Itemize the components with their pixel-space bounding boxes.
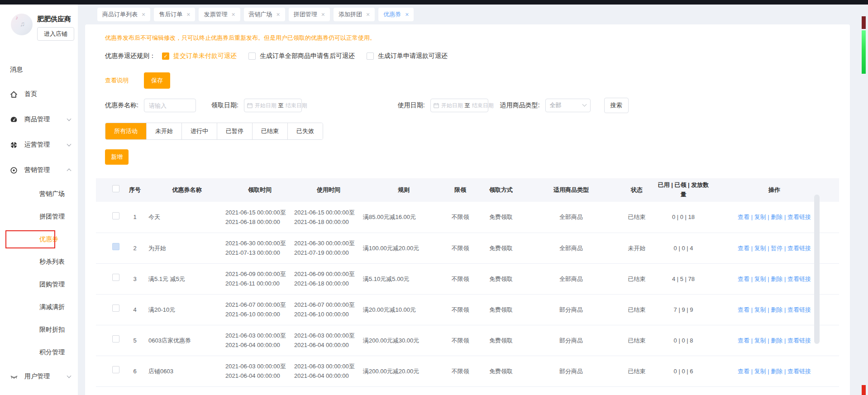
eye-icon bbox=[10, 167, 19, 174]
status-tab[interactable]: 未开始 bbox=[146, 123, 181, 139]
checkbox[interactable] bbox=[162, 52, 169, 60]
tab-close-icon[interactable]: × bbox=[231, 11, 235, 18]
coupon-name-input[interactable] bbox=[144, 99, 196, 112]
add-coupon-button[interactable]: 新增 bbox=[105, 149, 129, 165]
sidebar-item[interactable]: 团购管理 bbox=[0, 273, 78, 296]
row-action-link[interactable]: 删除 bbox=[771, 368, 782, 375]
page-tab[interactable]: 添加拼团 × bbox=[334, 8, 375, 21]
sidebar-item[interactable]: 商品管理 bbox=[0, 107, 78, 132]
row-action-link[interactable]: 暂停 bbox=[771, 245, 782, 252]
cell-product-type: 部分商品 bbox=[526, 325, 616, 356]
row-action-link[interactable]: 查看 bbox=[738, 276, 749, 282]
row-action-link[interactable]: 查看链接 bbox=[787, 214, 811, 220]
page-tab[interactable]: 拼团管理 × bbox=[289, 8, 330, 21]
row-action-link[interactable]: 查看 bbox=[738, 306, 749, 313]
chevron-icon bbox=[67, 168, 72, 173]
row-action-link[interactable]: 查看链接 bbox=[787, 306, 811, 313]
supplier-logo: ♪ ♫ bbox=[11, 14, 33, 35]
page-tab[interactable]: 营销广场 × bbox=[244, 8, 285, 21]
tab-close-icon[interactable]: × bbox=[366, 11, 370, 18]
row-action-link[interactable]: 查看 bbox=[738, 368, 749, 375]
cell-index: 3 bbox=[121, 263, 148, 294]
page-tab[interactable]: 优惠券 × bbox=[378, 8, 414, 21]
row-checkbox[interactable] bbox=[112, 305, 119, 312]
row-action-link[interactable]: 查看 bbox=[738, 337, 749, 344]
row-action-link[interactable]: 查看 bbox=[738, 214, 749, 220]
receive-date-range-input[interactable]: 开始日期 至 结束日期 bbox=[244, 99, 302, 112]
enter-shop-button[interactable]: 进入店铺 bbox=[37, 27, 74, 41]
row-action-link[interactable]: 复制 bbox=[754, 306, 766, 313]
cell-rule: 满100.00元减20.00元 bbox=[363, 233, 444, 263]
sidebar-item[interactable]: 满减满折 bbox=[0, 296, 78, 319]
row-action-link[interactable]: 复制 bbox=[754, 368, 766, 375]
page-tab[interactable]: 售后订单 × bbox=[154, 8, 195, 21]
cell-actions: 查看 | 复制 | 删除 | 查看链接 bbox=[710, 325, 839, 356]
row-action-link[interactable]: 查看链接 bbox=[787, 276, 811, 282]
row-checkbox[interactable] bbox=[112, 274, 119, 281]
sidebar-item[interactable]: 营销广场 bbox=[0, 183, 78, 205]
row-action-link[interactable]: 复制 bbox=[754, 214, 766, 220]
sidebar-item[interactable]: 用户管理 bbox=[0, 364, 78, 389]
checkbox[interactable] bbox=[248, 52, 256, 60]
row-action-link[interactable]: 复制 bbox=[754, 276, 766, 282]
row-checkbox[interactable] bbox=[112, 366, 119, 373]
use-date-range-input[interactable]: 开始日期 至 结束日期 bbox=[430, 99, 488, 112]
refund-rule-option[interactable]: 生成订单申请退款可退还 bbox=[367, 52, 448, 60]
row-checkbox[interactable] bbox=[112, 243, 119, 250]
sidebar-item[interactable]: 拼团管理 bbox=[0, 205, 78, 228]
status-tab[interactable]: 已失效 bbox=[287, 123, 323, 139]
row-action-link[interactable]: 查看链接 bbox=[787, 337, 811, 344]
sidebar-item[interactable]: 秒杀列表 bbox=[0, 251, 78, 273]
sidebar-item[interactable]: 优惠券 bbox=[0, 228, 78, 251]
select-all-checkbox[interactable] bbox=[112, 185, 119, 192]
row-action-link[interactable]: 删除 bbox=[771, 306, 782, 313]
row-checkbox[interactable] bbox=[112, 335, 119, 343]
cell-coupon-name: 今天 bbox=[148, 202, 225, 233]
table-scrollbar-thumb[interactable] bbox=[814, 195, 820, 344]
cell-coupon-name: 满5.1元 减5元 bbox=[148, 263, 225, 294]
sidebar-item-messages[interactable]: 消息 bbox=[10, 66, 23, 74]
cell-rule: 满85.00元减16.00元 bbox=[363, 202, 444, 233]
tab-close-icon[interactable]: × bbox=[277, 11, 280, 18]
row-action-link[interactable]: 删除 bbox=[771, 214, 782, 220]
cell-limit: 不限领 bbox=[444, 202, 476, 233]
product-type-select[interactable]: 全部 bbox=[545, 99, 591, 112]
sidebar-item[interactable]: 营销管理 bbox=[0, 157, 78, 183]
status-tab[interactable]: 已暂停 bbox=[217, 123, 252, 139]
sidebar-item[interactable] bbox=[0, 389, 78, 395]
checkbox[interactable] bbox=[367, 52, 374, 60]
row-action-link[interactable]: 删除 bbox=[771, 276, 782, 282]
sidebar-item-label: 优惠券 bbox=[39, 235, 58, 243]
refund-rule-option[interactable]: 提交订单未付款可退还 bbox=[162, 52, 237, 60]
sidebar-item-label: 秒杀列表 bbox=[39, 258, 65, 266]
row-checkbox[interactable] bbox=[112, 212, 119, 219]
row-action-link[interactable]: 查看链接 bbox=[787, 245, 811, 252]
row-action-link[interactable]: 删除 bbox=[771, 337, 782, 344]
sidebar-item[interactable]: 运营管理 bbox=[0, 132, 78, 157]
search-button[interactable]: 搜索 bbox=[604, 98, 629, 113]
refund-rule-option[interactable]: 生成订单全部商品申请售后可退还 bbox=[248, 52, 355, 60]
cell-method: 免费领取 bbox=[476, 294, 526, 325]
start-date-placeholder: 开始日期 bbox=[441, 102, 463, 109]
tab-close-icon[interactable]: × bbox=[321, 11, 325, 18]
row-action-link[interactable]: 查看链接 bbox=[787, 368, 811, 375]
status-tab[interactable]: 已结束 bbox=[252, 123, 287, 139]
page-tab[interactable]: 商品订单列表 × bbox=[97, 8, 150, 21]
sidebar-item[interactable]: 首页 bbox=[0, 81, 78, 107]
tab-close-icon[interactable]: × bbox=[405, 11, 409, 18]
sidebar-item[interactable]: 限时折扣 bbox=[0, 319, 78, 341]
tab-close-icon[interactable]: × bbox=[186, 11, 190, 18]
row-action-link[interactable]: 复制 bbox=[754, 245, 766, 252]
row-action-link[interactable]: 查看 bbox=[738, 245, 749, 252]
status-tab[interactable]: 进行中 bbox=[181, 123, 217, 139]
save-button[interactable]: 保存 bbox=[144, 72, 170, 89]
cell-product-type: 部分商品 bbox=[526, 356, 616, 386]
tab-close-icon[interactable]: × bbox=[142, 11, 145, 18]
view-help-link[interactable]: 查看说明 bbox=[105, 76, 129, 85]
table-row: 3 满5.1元 减5元 2021-06-09 00:00:00至2021-06-… bbox=[96, 263, 839, 294]
status-tab[interactable]: 所有活动 bbox=[105, 123, 146, 139]
page-tab[interactable]: 发票管理 × bbox=[199, 8, 240, 21]
sidebar-item[interactable]: 积分管理 bbox=[0, 341, 78, 364]
table-row: 1 今天 2021-06-15 00:00:00至2021-06-18 00:0… bbox=[96, 202, 839, 233]
row-action-link[interactable]: 复制 bbox=[754, 337, 766, 344]
